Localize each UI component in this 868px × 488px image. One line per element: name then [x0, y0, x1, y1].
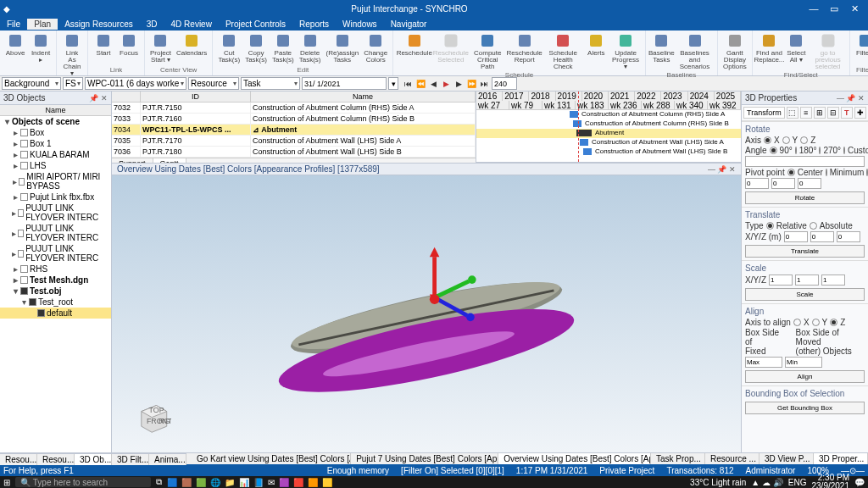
task-col-id[interactable]: ID — [141, 92, 251, 102]
rotate-axis-y[interactable] — [782, 136, 790, 144]
gantt-chart[interactable]: 2016201720182019202020212022202320242025… — [476, 92, 741, 162]
rotate-button[interactable]: Rotate — [745, 191, 865, 204]
tree-item[interactable]: ▸RHS — [0, 263, 111, 274]
translate-button[interactable]: Translate — [745, 245, 865, 258]
menu-file[interactable]: File — [0, 19, 27, 30]
left-tab-0[interactable]: Resou... — [0, 454, 37, 465]
taskbar-search[interactable]: 🔍 Type here to search — [15, 477, 151, 487]
props-ico-3[interactable]: ⊞ — [814, 107, 826, 119]
ribbon-above[interactable]: Above — [3, 31, 28, 74]
checkbox[interactable] — [19, 178, 25, 186]
align-fixed[interactable] — [745, 357, 782, 368]
nav-first-icon[interactable]: ⏮ — [402, 78, 414, 90]
ribbon-reschedule-report[interactable]: Reschedule Report — [506, 31, 542, 71]
props-ico-1[interactable]: ⬚ — [787, 107, 798, 119]
date-picker-button[interactable]: ▾ — [388, 77, 398, 90]
rotate-angle-input[interactable] — [745, 156, 865, 167]
tree-item[interactable]: ▸Test Mesh.dgn — [0, 274, 111, 286]
align-x[interactable] — [793, 319, 801, 326]
checkbox[interactable] — [20, 140, 28, 147]
props-ico-5[interactable]: ✚ — [854, 107, 866, 119]
gantt-row[interactable]: Construction of Abutment Column (RHS) Si… — [476, 119, 741, 129]
translate-x[interactable] — [784, 231, 808, 242]
props-ico-2[interactable]: ≡ — [800, 107, 812, 119]
ribbon-change-colors[interactable]: Change Colors — [361, 31, 390, 66]
center-tab-1[interactable]: Pujut 7 Using Dates [Best] Colors [Appea… — [351, 453, 498, 464]
ribbon-link-as-chain[interactable]: Link As Chain ▾ — [59, 31, 85, 78]
weather-widget[interactable]: 33°C Light rain — [690, 478, 746, 487]
scale-x[interactable] — [769, 274, 793, 286]
gantt-row[interactable]: Construction of Abutment Wall (LHS) Side… — [476, 147, 741, 157]
menu-plan[interactable]: Plan — [27, 19, 58, 30]
ribbon-start[interactable]: Start — [91, 31, 116, 66]
viewport-scene[interactable]: FRONT TOP RGT — [112, 175, 741, 452]
pivot-center[interactable] — [787, 169, 795, 176]
checkbox[interactable] — [20, 162, 28, 169]
task-view-icon[interactable]: ⧉ — [156, 477, 162, 487]
nav-play-icon[interactable]: ▶ — [440, 78, 452, 90]
menu-project-controls[interactable]: Project Controls — [219, 19, 292, 30]
checkbox[interactable] — [37, 309, 45, 317]
date-input[interactable] — [302, 77, 387, 90]
ribbon-schedule-hc[interactable]: Schedule Health Check — [542, 31, 583, 71]
gantt-row[interactable]: Abutment — [476, 129, 741, 138]
nav-next-icon[interactable]: ▶ — [453, 78, 465, 90]
ribbon-project-start[interactable]: Project Start ▾ — [147, 31, 174, 66]
ribbon-update-progress[interactable]: Update Progress ▾ — [609, 31, 643, 71]
wpc-combo[interactable]: WPC-011 (6 days worke▾ — [85, 77, 186, 90]
left-tab-1[interactable]: Resou... — [37, 454, 75, 465]
pin-icon[interactable]: 📌 ✕ — [89, 94, 108, 103]
menu-navigator[interactable]: Navigator — [384, 19, 434, 30]
checkbox[interactable] — [18, 230, 24, 237]
translate-y[interactable] — [810, 231, 834, 242]
checkbox[interactable] — [20, 151, 28, 158]
nav-prev-fast-icon[interactable]: ⏪ — [415, 78, 426, 90]
scale-z[interactable] — [821, 274, 845, 286]
ribbon-filters[interactable]: Filters — [853, 31, 868, 66]
gantt-row[interactable]: Construction of Abutment Wall (LHS) Side… — [476, 138, 741, 147]
checkbox[interactable] — [18, 250, 24, 258]
task-row[interactable]: 7035PJT.R.7170Construction of Abutment W… — [112, 136, 476, 147]
ribbon-reassign[interactable]: (Re)assign Tasks — [324, 31, 362, 66]
tree-item[interactable]: ▸KUALA BARAM — [0, 149, 111, 160]
nav-next-fast-icon[interactable]: ⏩ — [465, 78, 477, 90]
zoom-input[interactable] — [492, 77, 517, 90]
left-tab-2[interactable]: 3D Ob... — [75, 454, 112, 465]
menu-3d[interactable]: 3D — [140, 19, 164, 30]
ribbon-compute-cp[interactable]: Compute Critical Path — [469, 31, 506, 71]
left-tab-3[interactable]: 3D Filt... — [112, 454, 149, 465]
ribbon-goto-prev[interactable]: go to previous selected — [809, 31, 847, 71]
tree-item[interactable]: ▸PUJUT LINK FLYOVER INTERC — [0, 202, 111, 223]
translate-abs[interactable] — [810, 222, 817, 230]
center-tab-2[interactable]: Overview Using Dates [Best] Colors [Appe… — [498, 453, 651, 464]
tree-item[interactable]: ▾Test_root — [0, 297, 111, 308]
tab-transform[interactable]: Transform — [743, 107, 785, 119]
checkbox[interactable] — [20, 276, 28, 284]
ribbon-reschedule-sel[interactable]: Reschedule Selected — [432, 31, 469, 71]
align-y[interactable] — [812, 319, 820, 326]
minimize-button[interactable]: — — [804, 3, 824, 14]
right-tab-1[interactable]: Resource ... — [705, 453, 760, 464]
task-row[interactable]: 7032PJT.R.7150Construction of Abutment C… — [112, 103, 476, 114]
system-tray[interactable]: 33°C Light rain ▲ ☁ 🔊 ENG 2:30 PM 23/9/2… — [690, 474, 865, 488]
align-moved[interactable] — [785, 357, 822, 368]
scale-y[interactable] — [795, 274, 819, 286]
translate-z[interactable] — [837, 231, 860, 242]
rotate-270[interactable] — [819, 147, 821, 154]
props-ico-text[interactable]: T — [841, 107, 853, 119]
tree-item[interactable]: ▸Box 1 — [0, 138, 111, 149]
checkbox[interactable] — [20, 265, 28, 273]
bbox-button[interactable]: Get Bounding Box — [745, 402, 865, 414]
task-col-index[interactable] — [112, 92, 141, 102]
ribbon-copy[interactable]: Copy Task(s) — [242, 31, 270, 66]
ribbon-select-all[interactable]: Select All ▾ — [783, 31, 809, 71]
ribbon-paste[interactable]: Paste Task(s) — [270, 31, 297, 66]
tree-item[interactable]: ▸PUJUT LINK FLYOVER INTERC — [0, 243, 111, 263]
background-combo[interactable]: Background▾ — [2, 77, 61, 90]
checkbox[interactable] — [20, 287, 28, 295]
fs-combo[interactable]: FS▾ — [63, 77, 83, 90]
tree-item[interactable]: ▸PUJUT LINK FLYOVER INTERC — [0, 223, 111, 243]
nav-prev-icon[interactable]: ◀ — [427, 78, 439, 90]
ribbon-baselines-scenarios[interactable]: Baselines and Scenarios — [675, 31, 715, 71]
rotate-180[interactable] — [795, 147, 797, 154]
